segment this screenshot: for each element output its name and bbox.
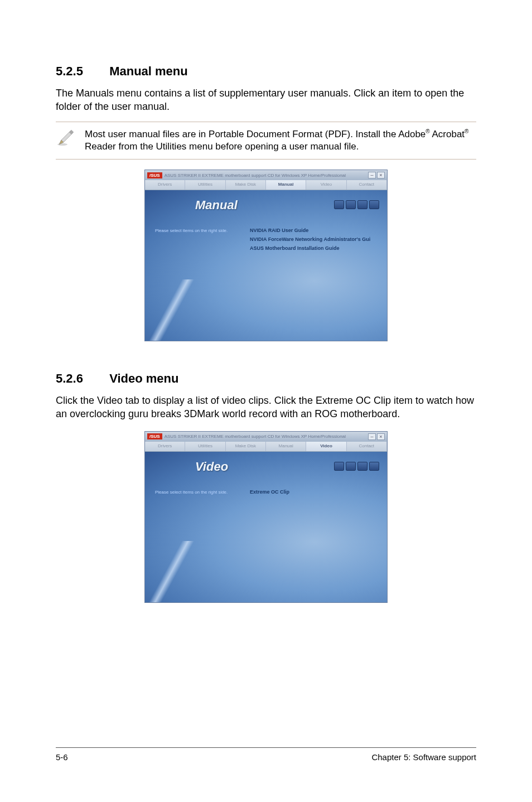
toolbar-icon[interactable] xyxy=(334,462,344,471)
tab-utilities[interactable]: Utilities xyxy=(185,180,225,190)
tab-utilities[interactable]: Utilities xyxy=(185,442,225,451)
toolbar-icon[interactable] xyxy=(346,462,356,471)
list-item[interactable]: NVIDIA RAID User Guide xyxy=(250,226,380,235)
toolbar-icons xyxy=(334,462,379,471)
page-number: 5-6 xyxy=(56,752,68,762)
app-prompt: Please select items on the right side. xyxy=(155,490,239,495)
list-item[interactable]: Extreme OC Clip xyxy=(250,487,380,496)
tab-video[interactable]: Video xyxy=(306,442,346,451)
tab-make-disk[interactable]: Make Disk xyxy=(226,442,266,451)
screenshot-manual: /SUS ASUS STRIKER II EXTREME motherboard… xyxy=(56,170,476,341)
toolbar-icon[interactable] xyxy=(357,462,367,471)
asus-logo: /SUS xyxy=(147,172,162,178)
toolbar-icon[interactable] xyxy=(357,200,367,209)
tab-make-disk[interactable]: Make Disk xyxy=(226,180,266,190)
app-titlebar: /SUS ASUS STRIKER II EXTREME motherboard… xyxy=(145,170,387,180)
asus-logo: /SUS xyxy=(147,433,162,439)
tab-drivers[interactable]: Drivers xyxy=(145,180,185,190)
tab-contact[interactable]: Contact xyxy=(347,180,387,190)
section-title: Manual menu xyxy=(109,64,188,78)
app-titlebar: /SUS ASUS STRIKER II EXTREME motherboard… xyxy=(145,432,387,442)
section-paragraph: Click the Video tab to display a list of… xyxy=(56,394,476,421)
section-number: 5.2.6 xyxy=(56,371,106,386)
toolbar-icons xyxy=(334,200,379,209)
toolbar-icon[interactable] xyxy=(334,200,344,209)
list-item[interactable]: NVIDIA ForceWare Networking Administrato… xyxy=(250,235,380,244)
tab-manual[interactable]: Manual xyxy=(266,180,306,190)
chapter-label: Chapter 5: Software support xyxy=(371,752,476,762)
list-item[interactable]: ASUS Motherboard Installation Guide xyxy=(250,244,380,253)
app-window: /SUS ASUS STRIKER II EXTREME motherboard… xyxy=(144,170,388,341)
app-body: Video Please select items on the right s… xyxy=(145,452,387,602)
section-title: Video menu xyxy=(109,371,178,385)
app-tabs-video: DriversUtilitiesMake DiskManualVideoCont… xyxy=(145,442,387,452)
close-icon[interactable]: × xyxy=(377,433,385,440)
app-tabs-manual: DriversUtilitiesMake DiskManualVideoCont… xyxy=(145,180,387,190)
toolbar-icon[interactable] xyxy=(369,462,379,471)
minimize-icon[interactable]: – xyxy=(368,433,376,440)
section-number: 5.2.5 xyxy=(56,64,106,79)
window-title: ASUS STRIKER II EXTREME motherboard supp… xyxy=(165,173,368,178)
app-items-manual: NVIDIA RAID User GuideNVIDIA ForceWare N… xyxy=(250,226,380,253)
app-window: /SUS ASUS STRIKER II EXTREME motherboard… xyxy=(144,431,388,603)
app-prompt: Please select items on the right side. xyxy=(155,228,239,234)
note-text: Most user manual files are in Portable D… xyxy=(80,128,476,154)
section-heading-video: 5.2.6 Video menu xyxy=(56,371,476,386)
pencil-note-icon xyxy=(56,128,80,154)
screenshot-video: /SUS ASUS STRIKER II EXTREME motherboard… xyxy=(56,431,476,603)
tab-video[interactable]: Video xyxy=(306,180,346,190)
tab-contact[interactable]: Contact xyxy=(347,442,387,451)
toolbar-icon[interactable] xyxy=(369,200,379,209)
tab-manual[interactable]: Manual xyxy=(266,442,306,451)
close-icon[interactable]: × xyxy=(377,172,385,178)
note-block: Most user manual files are in Portable D… xyxy=(56,122,476,160)
minimize-icon[interactable]: – xyxy=(368,172,376,178)
app-section-title: Video xyxy=(195,460,228,474)
app-body: Manual Please select items on the right … xyxy=(145,190,387,341)
app-items-video: Extreme OC Clip xyxy=(250,487,380,496)
tab-drivers[interactable]: Drivers xyxy=(145,442,185,451)
toolbar-icon[interactable] xyxy=(346,200,356,209)
section-paragraph: The Manuals menu contains a list of supp… xyxy=(56,86,476,114)
section-heading-manual: 5.2.5 Manual menu xyxy=(56,64,476,79)
window-title: ASUS STRIKER II EXTREME motherboard supp… xyxy=(165,434,368,439)
page-footer: 5-6 Chapter 5: Software support xyxy=(56,747,476,762)
app-section-title: Manual xyxy=(195,198,238,212)
